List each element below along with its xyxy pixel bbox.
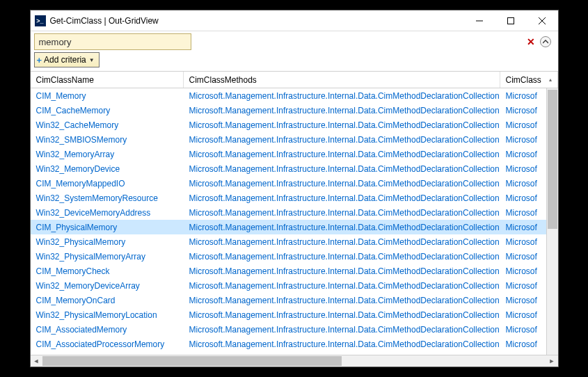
table-row[interactable]: Win32_PhysicalMemoryArrayMicrosoft.Manag…	[31, 249, 546, 264]
cell-classname: CIM_AssociatedMemory	[31, 325, 184, 335]
cell-methods: Microsoft.Management.Infrastructure.Inte…	[184, 164, 500, 174]
cell-cimclass: Microsof	[500, 310, 546, 320]
maximize-button[interactable]	[495, 10, 527, 31]
table-row[interactable]: CIM_MemoryMappedIOMicrosoft.Management.I…	[31, 176, 546, 191]
column-header-methods[interactable]: CimClassMethods	[184, 72, 500, 88]
titlebar: >_ Get-CimClass | Out-GridView	[31, 10, 558, 31]
cell-methods: Microsoft.Management.Infrastructure.Inte…	[184, 310, 500, 320]
cell-methods: Microsoft.Management.Infrastructure.Inte…	[184, 106, 500, 115]
dropdown-caret-icon: ▼	[89, 57, 95, 63]
table-row[interactable]: CIM_MemoryCheckMicrosoft.Management.Infr…	[31, 264, 546, 278]
cell-methods: Microsoft.Management.Infrastructure.Inte…	[184, 135, 500, 145]
table-row[interactable]: CIM_CacheMemoryMicrosoft.Management.Infr…	[31, 103, 546, 118]
svg-rect-1	[508, 17, 514, 24]
cell-classname: CIM_Memory	[31, 91, 184, 101]
table-row[interactable]: CIM_AssociatedMemoryMicrosoft.Management…	[31, 322, 546, 337]
cell-cimclass: Microsof	[500, 339, 546, 349]
cell-classname: Win32_MemoryArray	[31, 150, 184, 159]
cell-cimclass: Microsof	[500, 179, 546, 188]
cell-methods: Microsoft.Management.Infrastructure.Inte…	[184, 252, 500, 262]
cell-cimclass: Microsof	[500, 91, 546, 101]
cell-classname: Win32_PhysicalMemoryArray	[31, 252, 184, 262]
cell-cimclass: Microsof	[500, 223, 546, 232]
cell-classname: Win32_MemoryDevice	[31, 164, 184, 174]
cell-methods: Microsoft.Management.Infrastructure.Inte…	[184, 193, 500, 203]
cell-cimclass: Microsof	[500, 281, 546, 291]
cell-cimclass: Microsof	[500, 120, 546, 130]
table-row[interactable]: Win32_PhysicalMemoryMicrosoft.Management…	[31, 234, 546, 249]
cell-methods: Microsoft.Management.Infrastructure.Inte…	[184, 120, 500, 130]
clear-filter-icon[interactable]: ✕	[527, 36, 535, 47]
cell-methods: Microsoft.Management.Infrastructure.Inte…	[184, 266, 500, 276]
close-button[interactable]	[527, 10, 558, 31]
cell-cimclass: Microsof	[500, 252, 546, 262]
cell-methods: Microsoft.Management.Infrastructure.Inte…	[184, 150, 500, 159]
cell-cimclass: Microsof	[500, 193, 546, 203]
cell-methods: Microsoft.Management.Infrastructure.Inte…	[184, 237, 500, 247]
vertical-scroll-thumb[interactable]	[548, 90, 557, 229]
cell-classname: Win32_CacheMemory	[31, 120, 184, 130]
cell-classname: CIM_PhysicalMemory	[31, 223, 184, 232]
cell-methods: Microsoft.Management.Infrastructure.Inte…	[184, 281, 500, 291]
table-row[interactable]: CIM_AssociatedProcessorMemoryMicrosoft.M…	[31, 337, 546, 351]
filter-input[interactable]	[34, 33, 191, 50]
add-criteria-label: Add criteria	[44, 55, 86, 65]
horizontal-scroll-thumb[interactable]	[42, 356, 342, 366]
grid-view-window: >_ Get-CimClass | Out-GridView ✕ + Add c	[30, 10, 559, 367]
cell-methods: Microsoft.Management.Infrastructure.Inte…	[184, 223, 500, 232]
minimize-button[interactable]	[464, 10, 495, 31]
table-row[interactable]: Win32_SMBIOSMemoryMicrosoft.Management.I…	[31, 132, 546, 147]
powershell-icon: >_	[35, 15, 46, 26]
column-header-cimclass[interactable]: CimClass ▴	[500, 72, 558, 88]
column-header-classname[interactable]: CimClassName	[31, 72, 184, 88]
table-row[interactable]: Win32_DeviceMemoryAddressMicrosoft.Manag…	[31, 205, 546, 220]
cell-classname: Win32_SystemMemoryResource	[31, 193, 184, 203]
scroll-left-arrow-icon[interactable]: ◄	[31, 355, 42, 367]
grid-header: CimClassName CimClassMethods CimClass ▴	[31, 72, 558, 88]
cell-classname: CIM_MemoryMappedIO	[31, 179, 184, 188]
horizontal-scrollbar[interactable]: ◄ ►	[31, 355, 558, 367]
table-row[interactable]: Win32_MemoryDeviceMicrosoft.Management.I…	[31, 161, 546, 176]
cell-cimclass: Microsof	[500, 237, 546, 247]
cell-cimclass: Microsof	[500, 135, 546, 145]
plus-icon: +	[37, 55, 42, 65]
criteria-bar: + Add criteria ▼	[31, 50, 558, 71]
table-row[interactable]: CIM_PhysicalMemoryMicrosoft.Management.I…	[31, 220, 546, 234]
table-row[interactable]: Win32_MemoryArrayMicrosoft.Management.In…	[31, 147, 546, 161]
cell-methods: Microsoft.Management.Infrastructure.Inte…	[184, 339, 500, 349]
add-criteria-button[interactable]: + Add criteria ▼	[34, 52, 100, 67]
cell-classname: CIM_AssociatedProcessorMemory	[31, 339, 184, 349]
table-row[interactable]: Win32_SystemMemoryResourceMicrosoft.Mana…	[31, 191, 546, 205]
cell-cimclass: Microsof	[500, 106, 546, 115]
grid-area: CimClassName CimClassMethods CimClass ▴ …	[31, 71, 558, 367]
cell-methods: Microsoft.Management.Infrastructure.Inte…	[184, 208, 500, 218]
cell-cimclass: Microsof	[500, 325, 546, 335]
table-row[interactable]: Win32_MemoryDeviceArrayMicrosoft.Managem…	[31, 278, 546, 293]
cell-methods: Microsoft.Management.Infrastructure.Inte…	[184, 91, 500, 101]
sort-caret-icon: ▴	[549, 77, 552, 83]
collapse-filter-icon[interactable]	[540, 36, 551, 47]
cell-classname: CIM_MemoryCheck	[31, 266, 184, 276]
scroll-right-arrow-icon[interactable]: ►	[546, 355, 558, 367]
window-control-buttons	[464, 10, 558, 31]
filter-bar: ✕	[31, 31, 558, 50]
cell-cimclass: Microsof	[500, 266, 546, 276]
cell-classname: Win32_PhysicalMemory	[31, 237, 184, 247]
vertical-scrollbar[interactable]	[546, 88, 558, 355]
cell-classname: Win32_SMBIOSMemory	[31, 135, 184, 145]
cell-classname: CIM_MemoryOnCard	[31, 296, 184, 305]
table-row[interactable]: Win32_CacheMemoryMicrosoft.Management.In…	[31, 118, 546, 132]
cell-cimclass: Microsof	[500, 296, 546, 305]
table-row[interactable]: Win32_PhysicalMemoryLocationMicrosoft.Ma…	[31, 307, 546, 322]
cell-classname: Win32_PhysicalMemoryLocation	[31, 310, 184, 320]
cell-cimclass: Microsof	[500, 164, 546, 174]
cell-classname: CIM_CacheMemory	[31, 106, 184, 115]
window-title: Get-CimClass | Out-GridView	[50, 16, 464, 26]
cell-classname: Win32_DeviceMemoryAddress	[31, 208, 184, 218]
grid-body-wrap: CIM_MemoryMicrosoft.Management.Infrastru…	[31, 88, 558, 355]
horizontal-scroll-track[interactable]	[42, 355, 546, 367]
table-row[interactable]: CIM_MemoryOnCardMicrosoft.Management.Inf…	[31, 293, 546, 307]
grid-body[interactable]: CIM_MemoryMicrosoft.Management.Infrastru…	[31, 88, 546, 355]
cell-methods: Microsoft.Management.Infrastructure.Inte…	[184, 325, 500, 335]
table-row[interactable]: CIM_MemoryMicrosoft.Management.Infrastru…	[31, 88, 546, 103]
